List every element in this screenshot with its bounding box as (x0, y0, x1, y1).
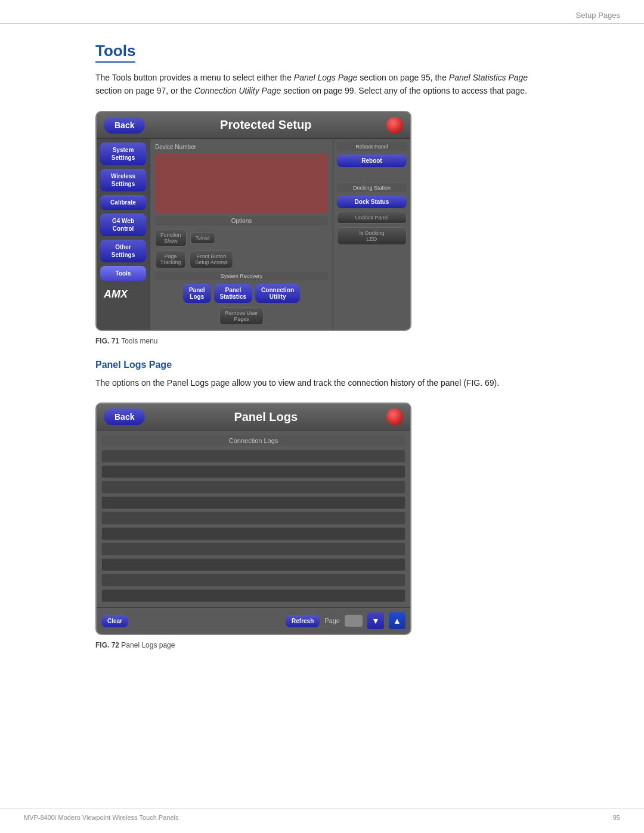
device-number-label: Device Number (155, 144, 196, 150)
logs-footer: Clear Refresh Page ▼ ▲ (97, 607, 410, 634)
panel-logs-section-title: Panel Logs Page (95, 360, 549, 370)
log-row-10 (101, 589, 405, 602)
undock-panel-button[interactable]: Undock Panel (337, 212, 407, 224)
panel-logs-button[interactable]: PanelLogs (183, 284, 211, 303)
log-row-5 (101, 512, 405, 525)
reboot-button[interactable]: Reboot (337, 154, 407, 167)
remove-user-pages-button[interactable]: Remove UserPages (219, 307, 263, 325)
is-docking-led-button[interactable]: Is DockingLED (337, 227, 407, 245)
remove-pages-row: Remove UserPages (155, 306, 328, 325)
panel-right: Reboot Panel Reboot Docking Station Dock… (333, 139, 410, 330)
tools-buttons-row: PanelLogs PanelStatistics ConnectionUtil… (155, 284, 328, 303)
panel-sidebar: SystemSettings WirelessSettings Calibrat… (97, 139, 150, 330)
page-tracking-button[interactable]: PageTracking (155, 250, 186, 268)
docking-station-label: Docking Station (337, 184, 407, 192)
log-row-1 (101, 450, 405, 463)
telnet-button[interactable]: Telnet (190, 232, 215, 244)
page-number-field[interactable] (345, 615, 363, 627)
log-row-3 (101, 481, 405, 494)
back-button[interactable]: Back (104, 117, 145, 134)
connection-logs-label: Connection Logs (101, 435, 405, 446)
main-content: Tools The Tools button provides a menu t… (0, 24, 644, 682)
refresh-button[interactable]: Refresh (286, 615, 320, 627)
panel-header: Back Protected Setup (97, 112, 410, 139)
sidebar-tools[interactable]: Tools (100, 266, 146, 281)
tools-panel-ui: Back Protected Setup SystemSettings Wire… (95, 111, 411, 331)
footer-right: 95 (613, 814, 620, 821)
panel-logs-body: The options on the Panel Logs page allow… (95, 376, 549, 389)
device-number-field (155, 154, 328, 213)
connection-utility-button[interactable]: ConnectionUtility (255, 284, 300, 303)
panel-main-content: Device Number Options FunctionShow Telne… (150, 139, 333, 330)
page-header: Setup Pages (0, 0, 644, 24)
logs-panel-title: Panel Logs (145, 410, 386, 424)
panel-logs-ui: Back Panel Logs Connection Logs Clear (95, 402, 411, 635)
front-button-setup-button[interactable]: Front ButtonSetup Access (190, 250, 233, 268)
panel-body: SystemSettings WirelessSettings Calibrat… (97, 139, 410, 330)
amx-logo: AMX (100, 284, 146, 304)
function-telnet-row: FunctionShow Telnet (155, 229, 328, 247)
footer-left: MVP-8400i Modero Viewpoint Wireless Touc… (24, 814, 178, 821)
dock-status-button[interactable]: Dock Status (337, 196, 407, 208)
logs-back-button[interactable]: Back (104, 408, 145, 425)
power-button[interactable] (386, 117, 403, 134)
intro-text: The Tools button provides a menu to sele… (95, 71, 549, 98)
device-number-row: Device Number (155, 144, 328, 150)
sidebar-other-settings[interactable]: OtherSettings (100, 240, 146, 262)
logs-header: Back Panel Logs (97, 404, 410, 431)
system-recovery-row: System Recovery (155, 272, 328, 280)
nav-down-button[interactable]: ▼ (367, 612, 384, 629)
page-footer: MVP-8400i Modero Viewpoint Wireless Touc… (0, 809, 644, 821)
section-title: Tools (95, 42, 135, 63)
log-row-7 (101, 543, 405, 556)
header-label: Setup Pages (576, 11, 620, 20)
log-row-9 (101, 574, 405, 587)
page-label: Page (324, 617, 340, 624)
log-row-8 (101, 558, 405, 571)
logs-power-button[interactable] (386, 408, 403, 425)
options-label: Options (155, 216, 328, 225)
panel-title: Protected Setup (145, 118, 386, 132)
sidebar-g4-web-control[interactable]: G4 WebControl (100, 213, 146, 236)
logs-rows (101, 450, 405, 602)
nav-up-button[interactable]: ▲ (389, 612, 405, 629)
page-tracking-row: PageTracking Front ButtonSetup Access (155, 250, 328, 268)
clear-button[interactable]: Clear (101, 615, 128, 627)
fig72-caption: FIG. 72 Panel Logs page (95, 641, 549, 649)
log-row-6 (101, 527, 405, 540)
log-row-4 (101, 496, 405, 509)
sidebar-system-settings[interactable]: SystemSettings (100, 143, 146, 165)
panel-statistics-button[interactable]: PanelStatistics (214, 284, 252, 303)
sidebar-calibrate[interactable]: Calibrate (100, 195, 146, 210)
reboot-panel-label: Reboot Panel (337, 143, 407, 151)
function-show-button[interactable]: FunctionShow (155, 229, 187, 247)
system-recovery-label: System Recovery (155, 272, 328, 280)
sidebar-wireless-settings[interactable]: WirelessSettings (100, 169, 146, 191)
fig71-caption: FIG. 71 Tools menu (95, 337, 549, 345)
logs-body: Connection Logs (97, 431, 410, 607)
log-row-2 (101, 465, 405, 478)
